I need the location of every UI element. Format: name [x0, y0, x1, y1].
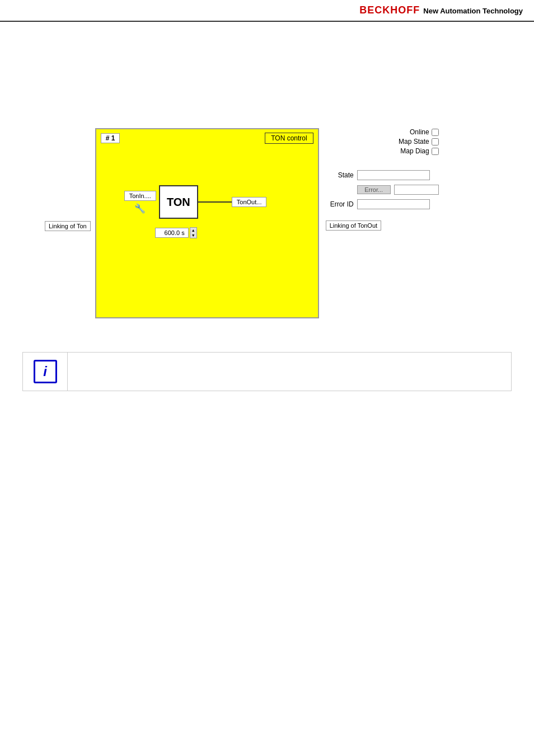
main-content: Linking of Ton # 1 TON control TonIn....…: [0, 22, 534, 419]
online-checkbox[interactable]: [432, 129, 439, 136]
info-text-area: [68, 353, 511, 391]
ton-input-section: TonIn.... 🔧: [124, 191, 156, 214]
timer-input[interactable]: [155, 228, 189, 238]
info-icon: i: [34, 360, 57, 383]
online-row: Online: [410, 128, 439, 136]
ton-label: TON: [167, 196, 190, 209]
map-state-checkbox[interactable]: [432, 138, 439, 145]
ton-out-button[interactable]: TonOut...: [232, 197, 267, 207]
timer-value-area: ▲ ▼: [155, 227, 197, 238]
spinner: ▲ ▼: [190, 227, 197, 238]
page-header: BECKHOFF New Automation Technology: [0, 0, 534, 22]
panel-header: # 1 TON control: [96, 129, 318, 147]
error-button[interactable]: Error...: [357, 185, 391, 194]
map-diag-checkbox[interactable]: [432, 148, 439, 155]
info-box: i: [22, 352, 512, 391]
state-label: State: [326, 171, 354, 179]
ton-control-button[interactable]: TON control: [265, 133, 313, 144]
ton-out-right-label: Linking of TonOut: [326, 220, 381, 231]
right-output-row: Linking of TonOut: [326, 220, 439, 231]
ton-block-area: TonIn.... 🔧 TON TonOut...: [124, 185, 267, 219]
brand-area: BECKHOFF New Automation Technology: [359, 4, 523, 16]
error-input[interactable]: [394, 185, 439, 195]
brand-name: BECKHOFF: [359, 4, 420, 16]
online-label: Online: [410, 128, 429, 136]
yellow-panel: # 1 TON control TonIn.... 🔧 TON TonOut..…: [95, 128, 319, 318]
ton-line: [198, 201, 232, 203]
spinner-down-button[interactable]: ▼: [190, 233, 196, 238]
spinner-up-button[interactable]: ▲: [190, 228, 196, 233]
ton-box: TON: [159, 185, 198, 219]
brand-tagline: New Automation Technology: [423, 7, 523, 15]
error-id-label: Error ID: [326, 200, 354, 208]
linking-of-ton-label: Linking of Ton: [45, 221, 91, 231]
error-row: Error...: [326, 185, 439, 195]
ton-output-line: TonOut...: [198, 197, 267, 207]
map-diag-label: Map Diag: [400, 147, 429, 155]
map-state-label: Map State: [399, 138, 429, 145]
ton-in-button[interactable]: TonIn....: [124, 191, 156, 201]
state-input[interactable]: [357, 170, 430, 180]
map-diag-row: Map Diag: [400, 147, 438, 155]
wrench-icon[interactable]: 🔧: [134, 203, 146, 214]
error-id-row: Error ID: [326, 199, 439, 209]
diagram-wrapper: Linking of Ton # 1 TON control TonIn....…: [45, 128, 523, 318]
right-panel: Online Map State Map Diag State: [326, 128, 439, 231]
map-state-row: Map State: [399, 138, 439, 145]
state-row: State: [326, 170, 439, 180]
error-id-input[interactable]: [357, 199, 430, 209]
panel-id: # 1: [101, 133, 120, 143]
info-icon-area: i: [23, 353, 68, 391]
right-top-controls: Online Map State Map Diag: [326, 128, 439, 157]
